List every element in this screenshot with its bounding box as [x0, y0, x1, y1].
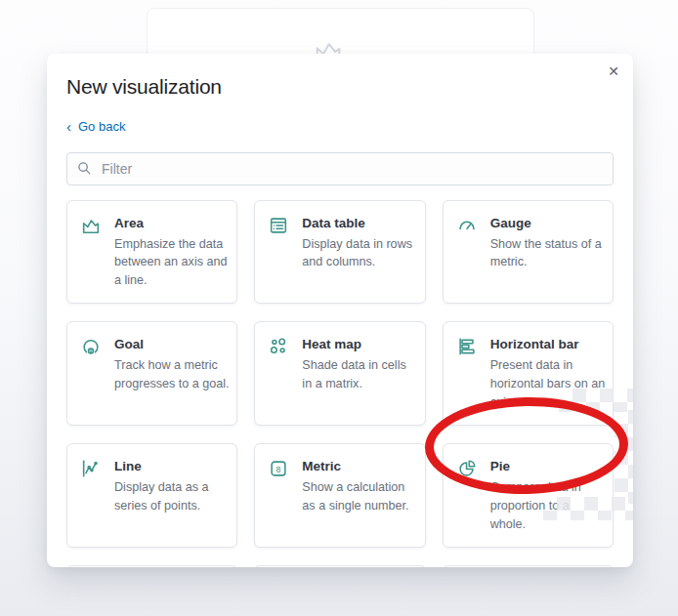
viz-card-data-table[interactable]: Data table Display data in rows and colu…: [254, 200, 425, 305]
viz-card-grid: Area Emphasize the data between an axis …: [66, 200, 614, 568]
viz-card-pie[interactable]: Pie Compare data in proportion to a whol…: [443, 443, 614, 548]
card-title: Goal: [114, 337, 231, 351]
card-description: Compare data in proportion to a whole.: [490, 478, 607, 534]
card-title: Data table: [302, 216, 418, 230]
svg-text:8: 8: [276, 465, 281, 474]
viz-card-gauge[interactable]: Gauge Show the status of a metric.: [443, 200, 614, 305]
viz-card-metric[interactable]: 8 Metric Show a calculation as a single …: [254, 443, 425, 548]
card-description: Show the status of a metric.: [490, 235, 607, 272]
card-description: Shade data in cells in a matrix.: [302, 356, 418, 393]
card-description: Display data in rows and columns.: [302, 235, 418, 272]
search-icon: [77, 161, 92, 176]
card-title: Heat map: [302, 337, 418, 351]
viz-card-area[interactable]: Area Emphasize the data between an axis …: [66, 200, 237, 305]
close-icon[interactable]: ✕: [602, 60, 625, 83]
modal-content: New visualization ‹ Go back Area Emphasi…: [47, 54, 633, 567]
data-table-icon: [268, 215, 289, 236]
card-title: Pie: [490, 459, 607, 473]
card-title: Gauge: [490, 216, 607, 230]
modal-title: New visualization: [66, 75, 614, 99]
card-title: Horizontal bar: [490, 337, 607, 351]
card-title: Line: [114, 459, 231, 473]
viz-card-vertical-bar[interactable]: Vertical bar Present data in vertical ba…: [443, 565, 614, 567]
go-back-link[interactable]: ‹ Go back: [66, 119, 125, 134]
horizontal-bar-icon: [456, 336, 478, 357]
pie-chart-icon: [456, 458, 478, 479]
card-description: Show a calculation as a single number.: [302, 478, 418, 515]
gauge-icon: [456, 215, 478, 236]
card-description: Track how a metric progresses to a goal.: [114, 356, 231, 393]
viz-card-timelion[interactable]: Timelion Show time series data on a grap…: [254, 565, 425, 567]
goal-icon: 8: [80, 336, 102, 357]
filter-input[interactable]: [100, 160, 603, 178]
filter-search-box: [66, 152, 614, 185]
metric-icon: 8: [268, 458, 289, 479]
heat-map-icon: [268, 336, 289, 357]
viz-card-horizontal-bar[interactable]: Horizontal bar Present data in horizonta…: [443, 321, 614, 426]
card-description: Present data in horizontal bars on an ax…: [490, 356, 607, 412]
card-description: Display data as a series of points.: [114, 478, 231, 515]
svg-text:8: 8: [90, 348, 93, 353]
viz-card-goal[interactable]: 8 Goal Track how a metric progresses to …: [66, 321, 237, 426]
line-chart-icon: [80, 458, 102, 479]
new-visualization-modal: ✕ New visualization ‹ Go back Area Empha…: [47, 54, 633, 567]
card-description: Emphasize the data between an axis and a…: [114, 235, 231, 291]
go-back-label: Go back: [78, 119, 125, 134]
card-title: Metric: [302, 459, 418, 473]
area-chart-icon: [80, 215, 102, 236]
viz-card-heat-map[interactable]: Heat map Shade data in cells in a matrix…: [254, 321, 425, 426]
chevron-left-icon: ‹: [66, 121, 71, 133]
card-title: Area: [114, 216, 231, 230]
viz-card-line[interactable]: Line Display data as a series of points.: [66, 443, 237, 548]
viz-card-tag-cloud[interactable]: Tag cloud Display word frequency with fo…: [66, 565, 237, 567]
screen: ✕ New visualization ‹ Go back Area Empha…: [0, 0, 678, 616]
